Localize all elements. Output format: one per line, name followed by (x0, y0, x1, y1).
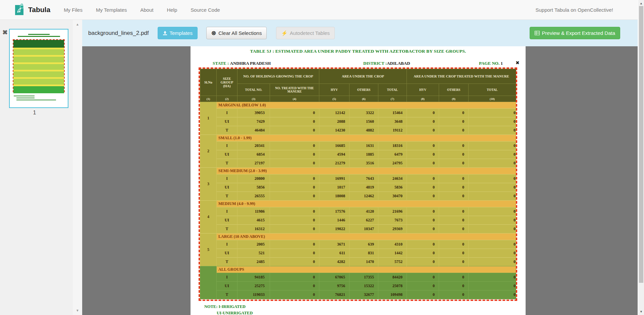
navbar: Tabula My Files My Templates About Help … (0, 0, 644, 20)
thumbnail-table-preview (13, 39, 65, 92)
clear-all-selections-button[interactable]: ⊗ Clear All Selections (206, 27, 267, 39)
autodetect-label: Autodetect Tables (290, 30, 330, 36)
page-thumbnail[interactable] (9, 29, 68, 108)
selection-delete-icon[interactable]: ✖ (516, 60, 520, 65)
thumbnail-close-icon[interactable]: ✖ (2, 29, 8, 36)
clear-icon: ⊗ (211, 30, 216, 36)
page-thumbnail-sidebar: ✖ 1 ▲ ▼ (0, 20, 82, 315)
thumbnail-title-line (28, 34, 50, 35)
scrollbar-up-icon[interactable]: ▲ (638, 2, 644, 5)
brand-title[interactable]: Tabula (28, 6, 50, 14)
support-link[interactable]: Support Tabula on OpenCollective! (535, 7, 613, 13)
window-scrollbar[interactable]: ▲ ▼ (638, 0, 644, 315)
sidebar-scrollbar[interactable]: ▲ ▼ (73, 20, 82, 315)
district-field: DISTRICT :ADILABAD (363, 61, 410, 66)
pdf-table-region: Sl.NoSIZE GROUP (HA)NO. OF HOLDINGS GROW… (200, 69, 516, 300)
document-title: TABLE 5J : ESTIMATED AREA UNDER PADDY TR… (191, 49, 526, 54)
open-file-name: background_lines_2.pdf (88, 30, 149, 37)
thumbnail-note-line (16, 100, 56, 100)
autodetect-tables-button[interactable]: ⚡ Autodetect Tables (276, 27, 335, 39)
lightning-icon: ⚡ (281, 31, 287, 36)
tabula-logo-icon[interactable] (14, 4, 24, 16)
scrollbar-thumb[interactable] (639, 6, 643, 283)
nav-my-files[interactable]: My Files (64, 7, 83, 13)
thumbnail-subtitle-line (18, 36, 60, 37)
nav-about[interactable]: About (140, 7, 153, 13)
table-list-icon (535, 31, 540, 35)
scroll-up-icon[interactable]: ▲ (73, 22, 82, 26)
table-selection-box[interactable] (199, 67, 517, 301)
templates-label: Templates (170, 30, 193, 36)
toolbar: background_lines_2.pdf Templates ⊗ Clear… (82, 20, 638, 46)
export-label: Preview & Export Extracted Data (542, 30, 615, 36)
note-line-2: UI-UNIRRIGATED (217, 311, 253, 315)
nav-my-templates[interactable]: My Templates (96, 7, 127, 13)
preview-export-button[interactable]: Preview & Export Extracted Data (530, 27, 620, 39)
page-no-field: PAGE NO. 1 (479, 61, 503, 66)
pdf-page[interactable]: TABLE 5J : ESTIMATED AREA UNDER PADDY TR… (191, 46, 526, 315)
scrollbar-down-icon[interactable]: ▼ (638, 310, 644, 313)
nav-help[interactable]: Help (167, 7, 177, 13)
templates-button[interactable]: Templates (158, 27, 198, 39)
thumbnail-note-line (14, 96, 35, 96)
note-line-1: NOTE: I-IRRIGATED (204, 304, 246, 309)
pdf-viewer-area: TABLE 5J : ESTIMATED AREA UNDER PADDY TR… (82, 46, 638, 315)
state-field: STATE : ANDHRA PRADESH (213, 61, 271, 66)
upload-icon (163, 31, 167, 35)
clear-label: Clear All Selections (218, 30, 262, 36)
thumbnail-page-number: 1 (0, 110, 69, 116)
thumbnail-note-line (16, 98, 35, 98)
nav-source-code[interactable]: Source Code (191, 7, 220, 13)
scroll-down-icon[interactable]: ▼ (73, 309, 82, 312)
